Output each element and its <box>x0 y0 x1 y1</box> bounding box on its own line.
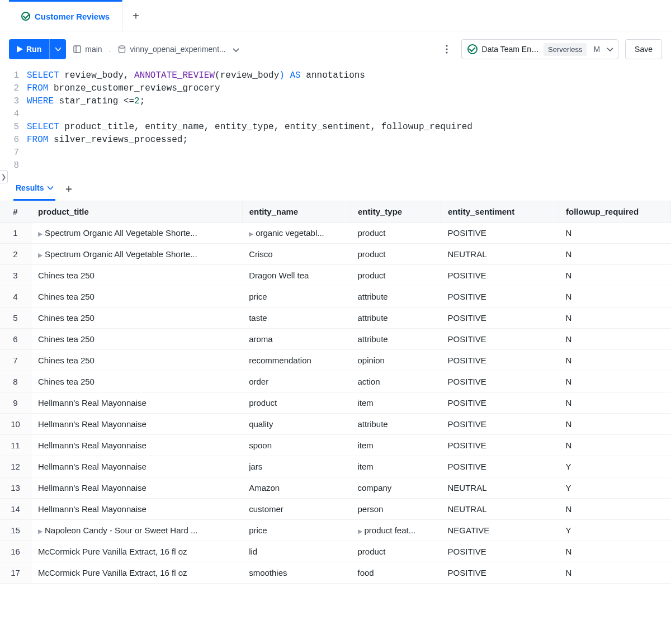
cell-product-title[interactable]: Chines tea 250 <box>31 286 243 307</box>
table-row[interactable]: 3Chines tea 250Dragon Well teaproductPOS… <box>0 265 671 286</box>
cell-product-title[interactable]: Hellmann's Real Mayonnaise <box>31 392 243 414</box>
expand-panel-button[interactable]: ❯ <box>0 170 8 183</box>
cell-entity-type[interactable]: item <box>351 392 441 414</box>
run-dropdown-button[interactable] <box>49 39 66 59</box>
cell-product-title[interactable]: McCormick Pure Vanilla Extract, 16 fl oz <box>31 562 243 584</box>
cell-entity-sentiment[interactable]: POSITIVE <box>441 371 559 392</box>
cell-entity-name[interactable]: jars <box>242 456 351 477</box>
code-line[interactable]: SELECT product_title, entity_name, entit… <box>27 121 472 134</box>
code-line[interactable] <box>27 159 32 172</box>
cell-product-title[interactable]: ▶Napoleon Candy - Sour or Sweet Hard ... <box>31 520 243 541</box>
cell-entity-sentiment[interactable]: POSITIVE <box>441 350 559 371</box>
expand-caret-icon[interactable]: ▶ <box>38 230 42 237</box>
cell-entity-type[interactable]: attribute <box>351 286 441 307</box>
cell-entity-sentiment[interactable]: POSITIVE <box>441 541 559 562</box>
cell-entity-name[interactable]: Amazon <box>242 477 351 499</box>
cell-entity-name[interactable]: ▶organic vegetabl... <box>242 222 351 244</box>
cell-entity-sentiment[interactable]: POSITIVE <box>441 265 559 286</box>
save-button[interactable]: Save <box>625 39 662 59</box>
schema-dropdown[interactable] <box>233 45 239 54</box>
cell-product-title[interactable]: Hellmann's Real Mayonnaise <box>31 435 243 456</box>
catalog-selector[interactable]: main <box>73 45 102 54</box>
cell-entity-type[interactable]: attribute <box>351 307 441 329</box>
cell-entity-name[interactable]: Dragon Well tea <box>242 265 351 286</box>
cell-entity-name[interactable]: spoon <box>242 435 351 456</box>
cell-product-title[interactable]: Chines tea 250 <box>31 265 243 286</box>
cell-followup-required[interactable]: Y <box>559 520 671 541</box>
code-line[interactable]: WHERE star_rating <=2; <box>27 95 145 108</box>
cell-entity-name[interactable]: customer <box>242 499 351 520</box>
cell-followup-required[interactable]: N <box>559 265 671 286</box>
more-menu-button[interactable] <box>439 41 455 57</box>
cell-followup-required[interactable]: N <box>559 307 671 329</box>
cell-product-title[interactable]: Hellmann's Real Mayonnaise <box>31 414 243 435</box>
col-header-product-title[interactable]: product_title <box>31 201 243 222</box>
cell-entity-name[interactable]: taste <box>242 307 351 329</box>
cell-followup-required[interactable]: N <box>559 562 671 584</box>
cell-entity-sentiment[interactable]: POSITIVE <box>441 329 559 350</box>
cell-entity-name[interactable]: recommendation <box>242 350 351 371</box>
run-button[interactable]: Run <box>9 39 49 59</box>
cell-entity-type[interactable]: action <box>351 371 441 392</box>
cell-entity-name[interactable]: aroma <box>242 329 351 350</box>
add-result-button[interactable]: ＋ <box>63 181 74 196</box>
cell-entity-sentiment[interactable]: NEUTRAL <box>441 477 559 499</box>
code-line[interactable]: SELECT review_body, ANNOTATE_REVIEW(revi… <box>27 69 365 82</box>
cell-entity-name[interactable]: quality <box>242 414 351 435</box>
cell-entity-name[interactable]: Crisco <box>242 244 351 265</box>
cell-entity-type[interactable]: product <box>351 244 441 265</box>
table-row[interactable]: 15▶Napoleon Candy - Sour or Sweet Hard .… <box>0 520 671 541</box>
table-row[interactable]: 7Chines tea 250recommendationopinionPOSI… <box>0 350 671 371</box>
cell-entity-sentiment[interactable]: NEGATIVE <box>441 520 559 541</box>
cell-entity-type[interactable]: opinion <box>351 350 441 371</box>
table-row[interactable]: 1▶Spectrum Organic All Vegetable Shorte.… <box>0 222 671 244</box>
cell-entity-type[interactable]: product <box>351 222 441 244</box>
cell-entity-type[interactable]: product <box>351 265 441 286</box>
cell-product-title[interactable]: ▶Spectrum Organic All Vegetable Shorte..… <box>31 244 243 265</box>
cell-followup-required[interactable]: Y <box>559 477 671 499</box>
table-row[interactable]: 12Hellmann's Real MayonnaisejarsitemPOSI… <box>0 456 671 477</box>
cell-entity-name[interactable]: lid <box>242 541 351 562</box>
col-header-entity-sentiment[interactable]: entity_sentiment <box>441 201 559 222</box>
table-row[interactable]: 13Hellmann's Real MayonnaiseAmazoncompan… <box>0 477 671 499</box>
table-row[interactable]: 17McCormick Pure Vanilla Extract, 16 fl … <box>0 562 671 584</box>
cell-product-title[interactable]: Chines tea 250 <box>31 371 243 392</box>
cell-entity-sentiment[interactable]: POSITIVE <box>441 307 559 329</box>
cell-entity-type[interactable]: item <box>351 435 441 456</box>
cell-entity-sentiment[interactable]: POSITIVE <box>441 435 559 456</box>
cell-followup-required[interactable]: N <box>559 329 671 350</box>
col-header-entity-type[interactable]: entity_type <box>351 201 441 222</box>
cell-entity-name[interactable]: smoothies <box>242 562 351 584</box>
compute-selector[interactable]: Data Team En… Serverless M <box>461 39 619 59</box>
expand-caret-icon[interactable]: ▶ <box>249 230 253 237</box>
cell-entity-sentiment[interactable]: POSITIVE <box>441 286 559 307</box>
cell-entity-name[interactable]: product <box>242 392 351 414</box>
cell-followup-required[interactable]: N <box>559 350 671 371</box>
table-row[interactable]: 11Hellmann's Real MayonnaisespoonitemPOS… <box>0 435 671 456</box>
expand-caret-icon[interactable]: ▶ <box>38 252 42 258</box>
cell-entity-type[interactable]: company <box>351 477 441 499</box>
cell-entity-name[interactable]: price <box>242 286 351 307</box>
table-row[interactable]: 6Chines tea 250aromaattributePOSITIVEN <box>0 329 671 350</box>
table-row[interactable]: 10Hellmann's Real Mayonnaisequalityattri… <box>0 414 671 435</box>
code-line[interactable] <box>27 108 32 121</box>
cell-followup-required[interactable]: N <box>559 286 671 307</box>
col-header-followup-required[interactable]: followup_required <box>559 201 671 222</box>
cell-product-title[interactable]: Chines tea 250 <box>31 329 243 350</box>
table-row[interactable]: 8Chines tea 250orderactionPOSITIVEN <box>0 371 671 392</box>
cell-entity-sentiment[interactable]: POSITIVE <box>441 562 559 584</box>
cell-followup-required[interactable]: Y <box>559 456 671 477</box>
cell-product-title[interactable]: Chines tea 250 <box>31 307 243 329</box>
table-row[interactable]: 5Chines tea 250tasteattributePOSITIVEN <box>0 307 671 329</box>
table-row[interactable]: 4Chines tea 250priceattributePOSITIVEN <box>0 286 671 307</box>
cell-product-title[interactable]: Chines tea 250 <box>31 350 243 371</box>
cell-entity-type[interactable]: product <box>351 541 441 562</box>
cell-followup-required[interactable]: N <box>559 414 671 435</box>
code-line[interactable] <box>27 146 32 159</box>
cell-entity-name[interactable]: order <box>242 371 351 392</box>
cell-followup-required[interactable]: N <box>559 371 671 392</box>
table-row[interactable]: 16McCormick Pure Vanilla Extract, 16 fl … <box>0 541 671 562</box>
cell-entity-sentiment[interactable]: NEUTRAL <box>441 244 559 265</box>
cell-entity-sentiment[interactable]: POSITIVE <box>441 456 559 477</box>
cell-product-title[interactable]: ▶Spectrum Organic All Vegetable Shorte..… <box>31 222 243 244</box>
